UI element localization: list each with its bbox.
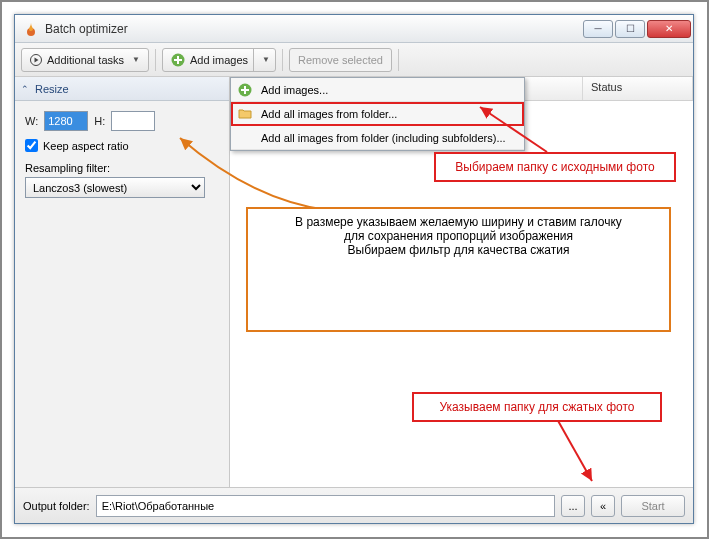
width-input[interactable] (44, 111, 88, 131)
resize-panel-header[interactable]: ⌃ Resize (15, 77, 229, 101)
keep-aspect-checkbox[interactable] (25, 139, 38, 152)
height-label: H: (94, 115, 105, 127)
plus-icon (171, 53, 185, 67)
minimize-button[interactable]: ─ (583, 20, 613, 38)
output-folder-input[interactable] (96, 495, 555, 517)
dd-item-label: Add images... (261, 84, 328, 96)
separator (282, 49, 283, 71)
blank-icon (237, 130, 253, 146)
maximize-button[interactable]: ☐ (615, 20, 645, 38)
titlebar: Batch optimizer ─ ☐ ✕ (15, 15, 693, 43)
footer: Output folder: ... « Start (15, 487, 693, 523)
remove-selected-label: Remove selected (298, 54, 383, 66)
height-input[interactable] (111, 111, 155, 131)
add-images-button[interactable]: Add images ▼ (162, 48, 276, 72)
annotation-folder: Выбираем папку с исходными фото (434, 152, 676, 182)
chevron-down-icon: ▼ (132, 55, 140, 64)
dd-item-label: Add all images from folder... (261, 108, 397, 120)
toolbar: Additional tasks ▼ Add images ▼ Remove s… (15, 43, 693, 77)
remove-selected-button[interactable]: Remove selected (289, 48, 392, 72)
annotation-output: Указываем папку для сжатых фото (412, 392, 662, 422)
additional-tasks-label: Additional tasks (47, 54, 124, 66)
add-images-label: Add images (190, 54, 248, 66)
dd-item-label: Add all images from folder (including su… (261, 132, 506, 144)
app-icon (23, 21, 39, 37)
sidebar: ⌃ Resize W: H: Keep aspect ratio Resampl… (15, 77, 230, 487)
width-label: W: (25, 115, 38, 127)
output-folder-label: Output folder: (23, 500, 90, 512)
add-images-dropdown: Add images... Add all images from folder… (230, 77, 525, 151)
keep-aspect-label: Keep aspect ratio (43, 140, 129, 152)
col-status[interactable]: Status (583, 77, 693, 100)
plus-icon (237, 82, 253, 98)
separator (155, 49, 156, 71)
close-button[interactable]: ✕ (647, 20, 691, 38)
separator (398, 49, 399, 71)
start-button[interactable]: Start (621, 495, 685, 517)
chevron-up-icon: ⌃ (21, 84, 29, 94)
resampling-label: Resampling filter: (25, 162, 219, 174)
chevron-down-icon: ▼ (262, 55, 270, 64)
dd-add-folder[interactable]: Add all images from folder... (231, 102, 524, 126)
back-button[interactable]: « (591, 495, 615, 517)
additional-tasks-button[interactable]: Additional tasks ▼ (21, 48, 149, 72)
dd-add-folder-sub[interactable]: Add all images from folder (including su… (231, 126, 524, 150)
annotation-resize: В размере указываем желаемую ширину и ст… (246, 207, 671, 332)
play-icon (30, 54, 42, 66)
resize-title: Resize (35, 83, 69, 95)
folder-icon (237, 106, 253, 122)
resampling-select[interactable]: Lanczos3 (slowest) (25, 177, 205, 198)
dd-add-images[interactable]: Add images... (231, 78, 524, 102)
browse-button[interactable]: ... (561, 495, 585, 517)
window-title: Batch optimizer (45, 22, 583, 36)
